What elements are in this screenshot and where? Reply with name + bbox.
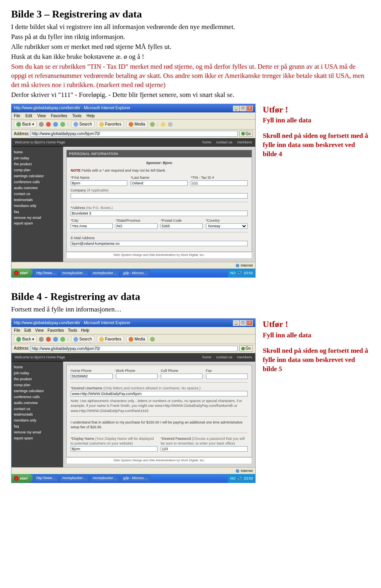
city-label: City [72, 219, 79, 222]
close-icon[interactable]: × [246, 106, 253, 111]
lnav-8[interactable]: testimonials [14, 197, 61, 203]
action-title-4: Utfør ! [263, 318, 370, 330]
ie-menubar: File Edit View Favorites Tools Help [12, 112, 255, 120]
menu-view[interactable]: View [37, 114, 46, 118]
menu-help[interactable]: Help [87, 114, 95, 118]
left-nav: home join today the product comp plan ea… [12, 147, 63, 262]
start-button[interactable]: start [12, 269, 33, 277]
stop-icon[interactable] [46, 337, 51, 342]
home-icon[interactable] [60, 337, 65, 342]
menu-favorites[interactable]: Favorites [51, 114, 67, 118]
lnav-12[interactable]: report spam [14, 221, 61, 226]
stop-icon[interactable] [46, 122, 51, 127]
clock: 23:53 [244, 476, 253, 481]
favorites-button[interactable]: Favorites [97, 121, 124, 128]
home-icon[interactable] [60, 122, 65, 127]
go-button[interactable]: Go [239, 131, 253, 137]
nav-contact[interactable]: contact us [216, 140, 232, 144]
address-label: Address [14, 131, 29, 137]
search-button[interactable]: Search [71, 336, 94, 343]
forward-icon[interactable] [39, 122, 44, 127]
lnav-5[interactable]: conference calls [14, 180, 61, 185]
volume-icon[interactable]: 🔊 [237, 271, 242, 275]
globe-icon [236, 264, 239, 267]
tin-input[interactable] [191, 180, 248, 186]
task-1[interactable]: http://www… [34, 270, 58, 277]
ie-title-text: http://www.globaldailypay.com/bernth/ - … [14, 105, 130, 111]
maximize-icon[interactable]: □ [240, 320, 246, 326]
search-icon [73, 337, 78, 342]
back-button[interactable]: Back ▾ [14, 121, 37, 128]
print-icon[interactable] [168, 122, 173, 127]
display-name-input[interactable] [71, 446, 158, 452]
lnav-1[interactable]: join today [14, 156, 61, 161]
address-input[interactable] [30, 346, 238, 352]
company-input[interactable] [71, 193, 248, 199]
state-label: State/Province [117, 219, 140, 222]
lnav-0[interactable]: home [14, 150, 61, 155]
state-input[interactable] [116, 223, 158, 229]
history-icon[interactable] [150, 122, 155, 127]
understand-text: I understand that in addition to my purc… [71, 420, 248, 429]
volume-icon[interactable]: 🔊 [237, 476, 242, 481]
ie-statusbar: Internet [12, 262, 255, 269]
address-field[interactable] [71, 211, 248, 216]
task-4[interactable]: gdp - Microso… [121, 270, 150, 277]
lnav-2[interactable]: the product [14, 162, 61, 167]
go-icon [241, 347, 245, 350]
media-button[interactable]: Media [126, 121, 148, 128]
lnav-9[interactable]: members only [14, 203, 61, 209]
fax-input[interactable] [206, 373, 248, 379]
close-icon[interactable]: × [246, 320, 253, 326]
lang-indicator[interactable]: NO [230, 271, 236, 275]
s4-p1: Fortsett med å fylle inn informasjonen… [11, 305, 370, 314]
email-label: E-Mail Address [71, 236, 248, 240]
hp-label: Home Phone [71, 368, 113, 373]
history-icon[interactable] [150, 337, 155, 342]
favorites-button[interactable]: Favorites [97, 336, 124, 343]
menu-tools[interactable]: Tools [72, 114, 81, 118]
search-button[interactable]: Search [71, 121, 94, 128]
cell-phone-input[interactable] [161, 373, 203, 379]
mail-icon[interactable] [161, 122, 165, 127]
task-3[interactable]: moneybooker… [90, 270, 119, 277]
lnav-3[interactable]: comp plan [14, 168, 61, 173]
city-input[interactable] [71, 223, 113, 229]
refresh-icon[interactable] [53, 337, 58, 342]
email-input[interactable] [71, 241, 248, 246]
lnav-11[interactable]: remove my email [14, 215, 61, 221]
minimize-icon[interactable]: _ [233, 106, 239, 111]
work-phone-input[interactable] [116, 373, 158, 379]
home-phone-input[interactable] [71, 373, 113, 379]
lnav-6[interactable]: audio overview [14, 186, 61, 191]
menu-file[interactable]: File [14, 114, 20, 118]
username-input[interactable] [71, 391, 248, 397]
s3-p6: Derfor skriver vi "111" - Foreløpig. - D… [11, 91, 370, 100]
first-name-input[interactable] [71, 180, 127, 186]
nav-members[interactable]: members [237, 140, 252, 144]
last-name-input[interactable] [131, 180, 187, 186]
back-button[interactable]: Back ▾ [14, 336, 37, 343]
password-input[interactable] [161, 446, 248, 452]
menu-edit[interactable]: Edit [25, 114, 32, 118]
media-button[interactable]: Media [126, 336, 148, 343]
addr-hint: (No P.O. Boxes.) [86, 206, 113, 210]
go-button[interactable]: Go [239, 345, 253, 352]
lnav-7[interactable]: contact us [14, 191, 61, 197]
postal-input[interactable] [161, 223, 203, 229]
addr-label: Address [72, 206, 85, 210]
country-select[interactable]: Norway [206, 223, 248, 229]
start-button[interactable]: start [12, 474, 33, 483]
refresh-icon[interactable] [53, 122, 58, 127]
windows-icon [14, 476, 19, 481]
nav-home[interactable]: home [202, 140, 212, 144]
lnav-10[interactable]: faq [14, 209, 61, 215]
welcome-text: Welcome to Bjorn's Home Page [15, 140, 65, 145]
country-label: Country [207, 219, 220, 222]
forward-icon[interactable] [39, 337, 44, 342]
maximize-icon[interactable]: □ [240, 106, 246, 111]
lnav-4[interactable]: earnings calculator [14, 174, 61, 179]
task-2[interactable]: moneybooker… [60, 270, 89, 277]
address-input[interactable] [30, 131, 238, 137]
minimize-icon[interactable]: _ [233, 320, 239, 326]
